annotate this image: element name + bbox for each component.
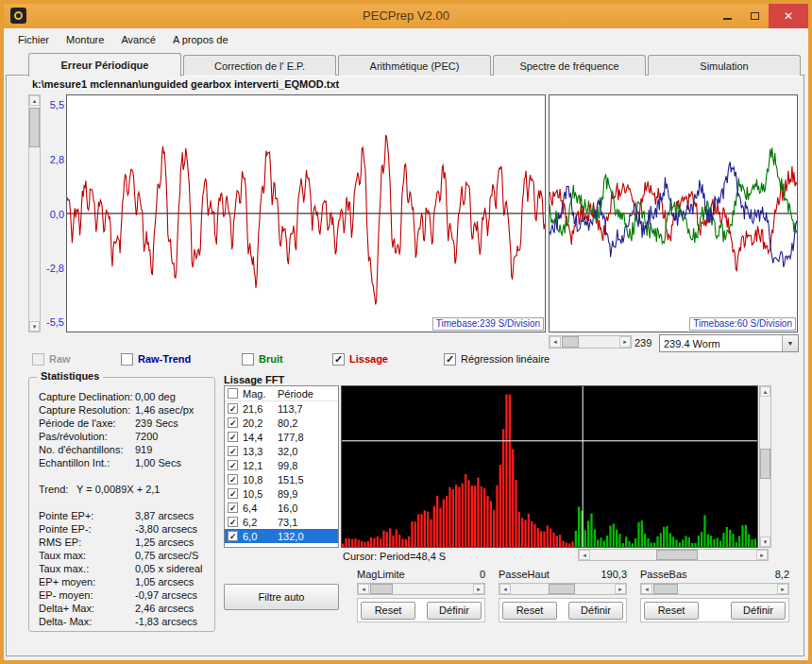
scroll-thumb[interactable] xyxy=(653,584,678,594)
tab-simulation[interactable]: Simulation xyxy=(648,55,801,76)
fft-row-selected[interactable]: 6,0132,0 xyxy=(225,529,338,543)
mag-all-checkbox[interactable] xyxy=(228,388,238,399)
fft-list-header: Mag. Période xyxy=(225,386,338,401)
scroll-thumb[interactable] xyxy=(760,449,770,479)
scroll-thumb[interactable] xyxy=(29,108,40,147)
scroll-left-icon[interactable]: ◂ xyxy=(550,336,561,348)
fft-spectrum-chart[interactable] xyxy=(341,385,758,548)
fft-row[interactable]: 21,6113,7 xyxy=(225,401,338,416)
filter-label: Raw xyxy=(49,353,71,365)
stat-row: Delta+ Max:2,46 arcsecs xyxy=(39,603,211,616)
worm-chart-hscrollbar[interactable]: ◂ ▸ xyxy=(549,335,632,349)
filter-regression-lineaire[interactable]: Régression linéaire xyxy=(444,352,550,366)
scroll-track[interactable] xyxy=(511,584,615,594)
scroll-left-icon[interactable]: ◂ xyxy=(499,584,511,594)
maglimite-value: 0 xyxy=(480,569,485,581)
stat-value: -3,80 arcsecs xyxy=(135,523,197,535)
scroll-track[interactable] xyxy=(590,550,756,560)
stat-row: Delta- Max:-1,83 arcsecs xyxy=(39,616,211,629)
fft-row-checkbox[interactable] xyxy=(228,502,238,513)
scroll-thumb[interactable] xyxy=(370,584,393,594)
tab-correction-ep[interactable]: Correction de l' E.P. xyxy=(183,55,336,76)
passebas-reset-button[interactable]: Reset xyxy=(644,602,699,620)
fft-row-checkbox[interactable] xyxy=(228,417,238,428)
scroll-right-icon[interactable]: ▸ xyxy=(473,584,484,594)
fft-spectrum-canvas[interactable] xyxy=(342,386,757,547)
fft-row-checkbox[interactable] xyxy=(228,403,238,414)
fft-row-checkbox[interactable] xyxy=(228,446,238,456)
fft-row[interactable]: 10,589,9 xyxy=(225,486,338,501)
fft-row-checkbox[interactable] xyxy=(228,474,238,485)
passebas-definir-button[interactable]: Définir xyxy=(731,602,786,620)
fft-row[interactable]: 13,332,0 xyxy=(225,444,338,458)
scroll-right-icon[interactable]: ▸ xyxy=(756,550,768,560)
scroll-left-icon[interactable]: ◂ xyxy=(358,584,369,594)
fft-row-checkbox[interactable] xyxy=(228,488,238,499)
fft-row[interactable]: 10,8151,5 xyxy=(225,472,338,486)
fft-chart-hscrollbar[interactable]: ◂ ▸ xyxy=(578,549,769,561)
fft-row[interactable]: 6,273,1 xyxy=(225,515,338,529)
passehaut-scrollbar[interactable]: ◂ ▸ xyxy=(499,583,627,595)
tab-spectre-frequence[interactable]: Spectre de fréquence xyxy=(493,55,646,76)
fft-mag: 6,2 xyxy=(243,517,273,528)
scroll-up-icon[interactable]: ▴ xyxy=(29,95,40,106)
scroll-thumb[interactable] xyxy=(549,584,575,594)
passehaut-definir-button[interactable]: Définir xyxy=(568,602,623,620)
scroll-track[interactable] xyxy=(760,397,770,536)
fft-row[interactable]: 12,199,8 xyxy=(225,458,338,472)
fft-row[interactable]: 14,4177,8 xyxy=(225,430,338,444)
scroll-thumb[interactable] xyxy=(656,550,698,560)
y-tick-label: 0,0 xyxy=(40,209,64,220)
filter-raw[interactable]: Raw xyxy=(32,352,71,366)
y-tick-label: -2,8 xyxy=(40,263,64,274)
scroll-down-icon[interactable]: ▾ xyxy=(760,536,770,547)
filter-lissage[interactable]: Lissage xyxy=(332,352,388,366)
scroll-right-icon[interactable]: ▸ xyxy=(777,584,788,594)
passebas-label: PasseBas xyxy=(640,569,687,581)
filter-raw-trend[interactable]: Raw-Trend xyxy=(121,352,191,366)
scroll-down-icon[interactable]: ▾ xyxy=(29,321,40,332)
scroll-right-icon[interactable]: ▸ xyxy=(619,336,631,348)
scroll-left-icon[interactable]: ◂ xyxy=(579,550,590,560)
scroll-track[interactable] xyxy=(652,584,777,594)
fft-row-checkbox[interactable] xyxy=(228,531,238,541)
scroll-track[interactable] xyxy=(369,584,473,594)
fft-chart-vscrollbar[interactable]: ▴ ▾ xyxy=(759,385,771,548)
tab-erreur-periodique[interactable]: Erreur Périodique xyxy=(28,53,181,77)
scroll-track[interactable] xyxy=(561,336,619,348)
scroll-up-icon[interactable]: ▴ xyxy=(760,386,770,397)
fft-row-checkbox[interactable] xyxy=(228,432,238,442)
scroll-left-icon[interactable]: ◂ xyxy=(641,584,652,594)
stat-label: Période de l'axe: xyxy=(39,417,116,429)
fft-row-checkbox[interactable] xyxy=(228,460,238,470)
scroll-track[interactable] xyxy=(29,106,40,321)
passebas-scrollbar[interactable]: ◂ ▸ xyxy=(640,583,789,595)
fft-row[interactable]: 6,416,0 xyxy=(225,501,338,515)
fft-period: 99,8 xyxy=(278,460,297,471)
passehaut-reset-button[interactable]: Reset xyxy=(502,602,557,620)
filter-bruit[interactable]: Bruit xyxy=(242,352,283,366)
title-bar[interactable]: PECPrep V2.00 ✕ xyxy=(4,4,808,28)
fft-mag: 12,1 xyxy=(243,460,273,471)
stat-label: Taux max: xyxy=(39,550,86,561)
stat-label: Pointe EP-: xyxy=(39,523,92,535)
maglimite-reset-button[interactable]: Reset xyxy=(361,602,415,620)
chevron-down-icon[interactable]: ▾ xyxy=(782,335,798,351)
minimize-button[interactable] xyxy=(714,4,741,28)
menu-a-propos[interactable]: A propos de xyxy=(164,31,237,48)
worm-period-combobox[interactable]: 239.4 Worm ▾ xyxy=(659,334,799,352)
fft-row-checkbox[interactable] xyxy=(228,517,238,527)
menu-monture[interactable]: Monture xyxy=(58,31,112,48)
maglimite-definir-button[interactable]: Définir xyxy=(427,602,482,620)
menu-fichier[interactable]: Fichier xyxy=(9,31,58,48)
scroll-thumb[interactable] xyxy=(562,336,579,348)
fft-row[interactable]: 20,280,2 xyxy=(225,416,338,430)
maximize-button[interactable] xyxy=(741,4,769,28)
filtre-auto-button[interactable]: Filtre auto xyxy=(224,584,339,610)
close-button[interactable]: ✕ xyxy=(769,4,808,28)
menu-avance[interactable]: Avancé xyxy=(112,31,164,48)
tab-arithmetique-pec[interactable]: Arithmétique (PEC) xyxy=(338,55,491,76)
scroll-right-icon[interactable]: ▸ xyxy=(615,584,626,594)
worm-timebase-label: Timebase:60 S/Division xyxy=(689,317,796,331)
maglimite-scrollbar[interactable]: ◂ ▸ xyxy=(357,583,485,595)
